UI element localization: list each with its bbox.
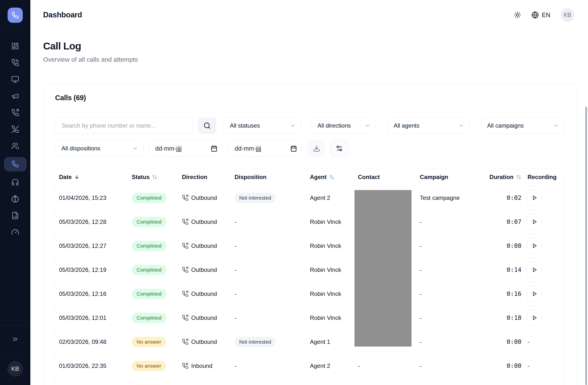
calls-card-title: Calls (69) xyxy=(55,94,565,102)
table-row[interactable]: 01/03/2026, 22:17 No answer Inbound - Ag… xyxy=(55,378,565,385)
cell-date: 05/03/2026, 12:19 xyxy=(55,266,128,273)
phone-outgoing-icon xyxy=(182,315,189,321)
direction-filter[interactable]: All directions xyxy=(311,117,376,134)
page-scrollbar-thumb[interactable] xyxy=(585,107,587,385)
play-icon xyxy=(531,291,538,297)
disposition-badge: Not interested xyxy=(234,337,276,347)
cell-date: 05/03/2026, 12:01 xyxy=(55,315,128,321)
cell-duration: 0:16 xyxy=(480,290,521,297)
column-header-direction: Direction xyxy=(178,174,231,180)
disposition-filter[interactable]: All dispositions xyxy=(55,140,144,157)
column-header-date[interactable]: Date xyxy=(55,174,128,180)
sidebar-item-ai[interactable] xyxy=(0,191,30,207)
table-row[interactable]: 02/03/2026, 09:48 No answer Outbound Not… xyxy=(55,330,565,354)
cell-duration: 0:00 xyxy=(480,338,521,345)
table-row[interactable]: 05/03/2026, 12:01 Completed Outbound - R… xyxy=(55,306,565,330)
play-recording-button[interactable] xyxy=(527,214,542,230)
phone-icon xyxy=(12,12,19,19)
sidebar-item-missed-calls[interactable] xyxy=(0,121,30,138)
date-to-input[interactable]: dd-mm-jjjj xyxy=(229,140,302,157)
search-input[interactable] xyxy=(55,117,193,134)
sidebar-item-dashboard[interactable] xyxy=(0,38,30,54)
cell-duration: 0:07 xyxy=(480,218,521,225)
play-recording-button[interactable] xyxy=(527,286,542,301)
phone-outgoing-icon xyxy=(182,194,189,201)
table-row[interactable]: 05/03/2026, 12:19 Completed Outbound - R… xyxy=(55,258,565,282)
table-row[interactable]: 05/03/2026, 12:28 Completed Outbound - R… xyxy=(55,210,565,234)
column-header-duration[interactable]: Duration xyxy=(480,174,521,180)
cell-campaign: - xyxy=(416,266,480,273)
language-selector[interactable]: EN xyxy=(531,11,550,19)
sidebar-item-listening[interactable] xyxy=(0,174,30,191)
sidebar-nav xyxy=(0,30,30,240)
campaign-filter[interactable]: All campaigns xyxy=(481,117,565,134)
column-label: Status xyxy=(132,174,149,180)
megaphone-icon xyxy=(11,92,19,100)
play-recording-button[interactable] xyxy=(527,190,542,206)
users-icon xyxy=(11,142,19,150)
sidebar-divider xyxy=(0,325,30,325)
cell-date: 02/03/2026, 09:48 xyxy=(55,339,128,345)
column-header-agent[interactable]: Agent xyxy=(306,174,354,180)
export-button[interactable] xyxy=(308,140,325,157)
cell-recording: - xyxy=(521,262,565,278)
sun-icon xyxy=(514,11,521,19)
cell-date: 01/03/2026, 22:35 xyxy=(55,363,128,369)
agent-filter[interactable]: All agents xyxy=(387,117,470,134)
disposition-badge: - xyxy=(234,242,236,249)
monitor-icon xyxy=(11,75,19,83)
column-label: Date xyxy=(59,174,72,180)
sidebar-item-contacts[interactable] xyxy=(0,138,30,154)
main-content: Call Log Overview of all calls and attem… xyxy=(30,30,588,385)
play-recording-button[interactable] xyxy=(527,310,542,325)
play-recording-button[interactable] xyxy=(527,238,542,254)
cell-campaign: - xyxy=(416,290,480,297)
table-row[interactable]: 01/04/2026, 15:23 Completed Outbound Not… xyxy=(55,186,565,210)
chevrons-right-icon xyxy=(12,336,19,343)
cell-disposition: - xyxy=(231,363,306,369)
search-button[interactable] xyxy=(198,117,216,134)
table-row[interactable]: 05/03/2026, 12:27 Completed Outbound - R… xyxy=(55,234,565,258)
theme-toggle-button[interactable] xyxy=(514,11,521,19)
sidebar-item-reports[interactable] xyxy=(0,207,30,224)
column-settings-button[interactable] xyxy=(330,140,348,157)
play-recording-button[interactable] xyxy=(527,262,542,278)
cell-disposition: Not interested xyxy=(231,193,306,203)
sidebar-item-performance[interactable] xyxy=(0,224,30,240)
cell-agent: Robin Vinck xyxy=(306,290,354,297)
app-logo[interactable] xyxy=(8,8,23,23)
column-header-disposition: Disposition xyxy=(231,174,306,180)
cell-status: Completed xyxy=(128,265,178,275)
gauge-icon xyxy=(11,228,19,236)
cell-campaign: Test campagne xyxy=(416,194,480,201)
table-row[interactable]: 01/03/2026, 22:35 No answer Inbound - Ag… xyxy=(55,354,565,378)
table-row[interactable]: 05/03/2026, 12:16 Completed Outbound - R… xyxy=(55,282,565,306)
cell-agent: Agent 1 xyxy=(306,339,354,345)
cell-direction: Inbound xyxy=(178,363,231,369)
sidebar-item-outbound[interactable] xyxy=(0,104,30,121)
cell-direction: Outbound xyxy=(178,266,231,273)
column-header-campaign: Campaign xyxy=(416,174,480,180)
sidebar-item-call-log[interactable] xyxy=(0,154,30,174)
calls-table: Date Status Direction Disposition Agent xyxy=(55,168,565,385)
sidebar-expand-button[interactable] xyxy=(0,331,30,347)
sidebar-divider xyxy=(0,352,30,352)
sidebar-item-calls[interactable] xyxy=(0,54,30,71)
language-label: EN xyxy=(542,12,550,19)
direction-label: Outbound xyxy=(191,242,217,249)
phone-outgoing-icon xyxy=(182,266,189,273)
table-body: 01/04/2026, 15:23 Completed Outbound Not… xyxy=(55,186,565,385)
cell-campaign: - xyxy=(416,315,480,321)
cell-recording: - xyxy=(521,214,565,230)
direction-label: Outbound xyxy=(191,194,217,201)
globe-icon xyxy=(531,11,539,19)
user-avatar[interactable]: KB xyxy=(561,8,574,22)
sidebar-user-avatar[interactable]: KB xyxy=(7,361,23,377)
status-filter[interactable]: All statuses xyxy=(224,117,301,134)
column-header-contact: Contact xyxy=(354,174,416,180)
phone-outgoing-icon xyxy=(182,242,189,249)
sidebar-item-monitoring[interactable] xyxy=(0,71,30,88)
sidebar-item-campaigns[interactable] xyxy=(0,88,30,104)
date-from-input[interactable]: dd-mm-jjjj xyxy=(149,140,223,157)
column-header-status[interactable]: Status xyxy=(128,174,178,180)
